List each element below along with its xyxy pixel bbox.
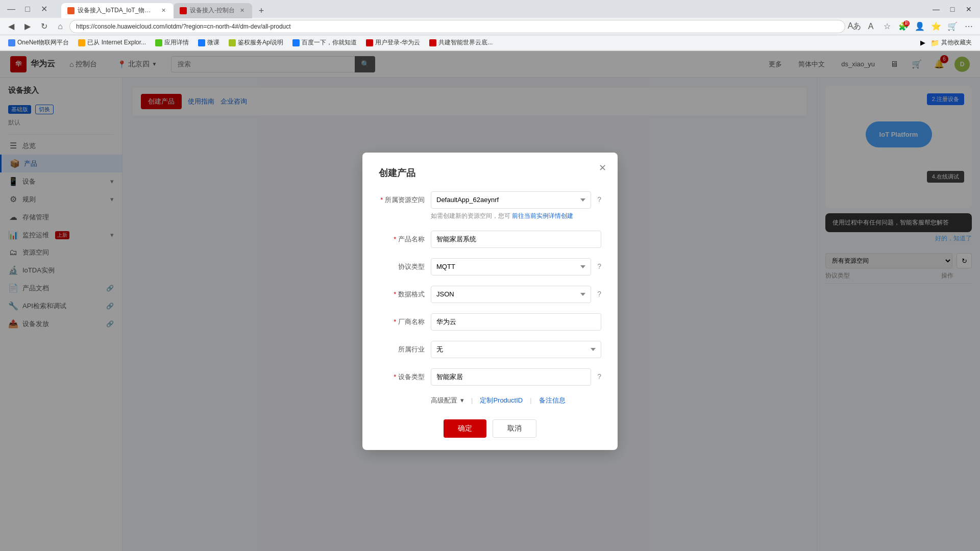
manufacturer-label: 厂商名称 — [379, 313, 425, 327]
resource-space-hint: 如需创建新的资源空间，您可 前往当前实例详情创建 — [431, 212, 591, 220]
resource-space-dropdown[interactable]: DefaultApp_62aeynrf — [431, 191, 591, 209]
refresh-button[interactable]: ↻ — [37, 19, 51, 34]
data-format-help-icon[interactable]: ? — [597, 286, 601, 298]
bookmark-label-8: 共建智能世界云底... — [438, 38, 493, 47]
bookmark-icon-2 — [78, 39, 85, 46]
bookmark-baidu[interactable]: 百度一下，你就知道 — [288, 37, 361, 48]
protocol-help-icon[interactable]: ? — [597, 258, 601, 270]
bookmark-api[interactable]: 鉴权服务Api说明 — [225, 37, 287, 48]
manufacturer-input[interactable] — [431, 313, 601, 331]
product-name-label: 产品名称 — [379, 231, 425, 244]
tab-title-1: 设备接入_IoTDA_IoT_物联网IoT平... — [78, 6, 156, 15]
address-bar[interactable] — [69, 20, 845, 33]
close-btn[interactable]: ✕ — [962, 2, 976, 16]
device-type-help-icon[interactable]: ? — [597, 368, 601, 381]
bookmark-folder[interactable]: 📁 其他收藏夹 — [926, 37, 976, 48]
data-format-dropdown[interactable]: JSON — [431, 286, 591, 303]
bookmark-folder-label: 其他收藏夹 — [941, 38, 972, 47]
advanced-config-toggle[interactable]: 高级配置 ▾ — [431, 396, 464, 405]
bookmark-huawei-login[interactable]: 用户登录-华为云 — [362, 37, 424, 48]
custom-product-id-link[interactable]: 定制ProductID — [480, 396, 523, 405]
tab-close-1[interactable]: ✕ — [159, 7, 167, 15]
browser-titlebar: — □ ✕ 设备接入_IoTDA_IoT_物联网IoT平... ✕ 设备接入-控… — [0, 0, 980, 18]
cancel-button[interactable]: 取消 — [493, 419, 536, 438]
industry-control: 无 — [431, 341, 601, 358]
tab-close-2[interactable]: ✕ — [238, 7, 246, 15]
bookmark-label-3: 应用详情 — [164, 38, 189, 47]
home-button[interactable]: ⌂ — [53, 19, 67, 34]
close-window-button[interactable]: ✕ — [37, 2, 51, 16]
device-type-label: 设备类型 — [379, 368, 425, 382]
tabs-bar: 设备接入_IoTDA_IoT_物联网IoT平... ✕ 设备接入-控制台 ✕ + — [57, 0, 273, 18]
minimize-btn[interactable]: — — [929, 2, 943, 16]
product-name-input[interactable] — [431, 231, 601, 248]
bookmark-label-2: 已从 Internet Explor... — [87, 38, 146, 47]
bookmarks-more[interactable]: ▶ — [920, 39, 925, 46]
form-row-manufacturer: 厂商名称 — [379, 313, 601, 331]
tab-favicon-2 — [180, 7, 187, 14]
modal-title: 创建产品 — [379, 167, 601, 179]
data-format-control: JSON — [431, 286, 591, 303]
bookmark-icon-5 — [229, 39, 236, 46]
pipe-divider-2: | — [530, 396, 531, 404]
menu-button[interactable]: ⋯ — [962, 19, 976, 34]
maximize-btn[interactable]: □ — [945, 2, 960, 16]
favorites-bar-icon[interactable]: ⭐ — [929, 19, 943, 34]
protocol-dropdown[interactable]: MQTT — [431, 258, 591, 276]
modal-footer: 确定 取消 — [379, 419, 601, 438]
tab-favicon-1 — [67, 7, 75, 14]
profile-icon[interactable]: 👤 — [913, 19, 927, 34]
form-row-industry: 所属行业 无 — [379, 341, 601, 358]
bookmark-icon-4 — [198, 39, 205, 46]
device-type-control — [431, 368, 591, 386]
modal-close-button[interactable]: ✕ — [595, 161, 609, 175]
bookmark-huawei-cloud[interactable]: 共建智能世界云底... — [425, 37, 497, 48]
toolbar-actions: Aあ A ☆ 🧩 新 👤 ⭐ 🛒 ⋯ — [847, 19, 976, 34]
bookmark-icon-3 — [155, 39, 162, 46]
bookmark-label-7: 用户登录-华为云 — [375, 38, 420, 47]
bookmark-mooc[interactable]: 微课 — [194, 37, 224, 48]
bookmark-label-1: OneNet物联网平台 — [17, 38, 69, 47]
hint-text: 如需创建新的资源空间，您可 — [431, 212, 510, 219]
form-row-product-name: 产品名称 — [379, 231, 601, 248]
industry-label: 所属行业 — [379, 341, 425, 354]
bookmark-label-5: 鉴权服务Api说明 — [238, 38, 283, 47]
form-row-device-type: 设备类型 ? — [379, 368, 601, 386]
hint-link[interactable]: 前往当前实例详情创建 — [512, 212, 573, 219]
translate-icon[interactable]: Aあ — [847, 19, 862, 34]
browser-window-controls: — □ ✕ — [4, 2, 51, 16]
product-name-control — [431, 231, 601, 248]
collections-icon[interactable]: 🛒 — [945, 19, 960, 34]
tab-iotda[interactable]: 设备接入_IoTDA_IoT_物联网IoT平... ✕ — [61, 3, 174, 18]
form-row-resource-space: 所属资源空间 DefaultApp_62aeynrf 如需创建新的资源空间，您可… — [379, 191, 601, 220]
advanced-config-expand-icon: ▾ — [460, 396, 464, 404]
extensions-icon[interactable]: 🧩 新 — [896, 19, 911, 34]
form-row-protocol: 协议类型 MQTT ? — [379, 258, 601, 276]
favorites-icon[interactable]: ☆ — [880, 19, 894, 34]
resource-space-control: DefaultApp_62aeynrf 如需创建新的资源空间，您可 前往当前实例… — [431, 191, 591, 220]
bookmark-ie[interactable]: 已从 Internet Explor... — [74, 37, 150, 48]
reading-mode-icon[interactable]: A — [864, 19, 878, 34]
remarks-link[interactable]: 备注信息 — [539, 396, 566, 405]
bookmark-onenet[interactable]: OneNet物联网平台 — [4, 37, 73, 48]
device-type-input[interactable] — [431, 368, 591, 386]
data-format-label: 数据格式 — [379, 286, 425, 299]
resource-space-help-icon[interactable]: ? — [597, 191, 601, 204]
bookmarks-bar: OneNet物联网平台 已从 Internet Explor... 应用详情 微… — [0, 35, 980, 51]
bookmark-label-6: 百度一下，你就知道 — [302, 38, 357, 47]
bookmark-app-detail[interactable]: 应用详情 — [151, 37, 193, 48]
industry-dropdown[interactable]: 无 — [431, 341, 601, 358]
confirm-button[interactable]: 确定 — [444, 419, 486, 438]
forward-button[interactable]: ▶ — [20, 19, 35, 34]
create-product-modal: 创建产品 ✕ 所属资源空间 DefaultApp_62aeynrf 如需创建新的… — [362, 153, 618, 450]
minimize-button[interactable]: — — [4, 2, 18, 16]
folder-icon: 📁 — [930, 39, 939, 47]
advanced-config-label: 高级配置 — [431, 396, 457, 405]
protocol-label: 协议类型 — [379, 258, 425, 271]
tab-console[interactable]: 设备接入-控制台 ✕ — [174, 3, 252, 18]
back-button[interactable]: ◀ — [4, 19, 18, 34]
maximize-button[interactable]: □ — [20, 2, 35, 16]
modal-overlay[interactable]: 创建产品 ✕ 所属资源空间 DefaultApp_62aeynrf 如需创建新的… — [0, 51, 980, 551]
bookmark-icon-7 — [366, 39, 373, 46]
new-tab-button[interactable]: + — [254, 4, 268, 18]
